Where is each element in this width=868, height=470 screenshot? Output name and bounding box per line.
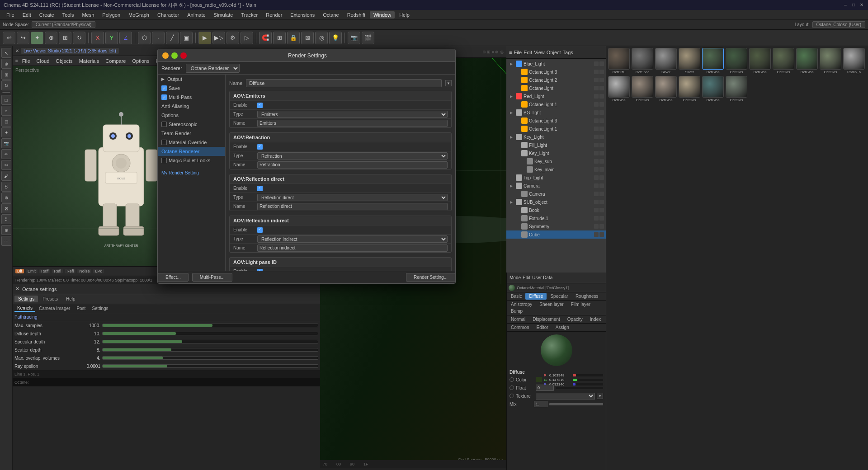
nav-matoverride[interactable]: Material Override — [158, 138, 225, 147]
tb-scale[interactable]: ⊞ — [59, 32, 71, 44]
props-edit[interactable]: Edit — [523, 275, 530, 280]
mat-tab-diffuse[interactable]: Diffuse — [525, 293, 547, 300]
sm-objects[interactable]: Objects — [53, 58, 75, 64]
mat-thumbnail[interactable] — [632, 48, 653, 70]
mat-thumbnail[interactable] — [679, 76, 700, 98]
menu-create[interactable]: Create — [36, 11, 58, 19]
mat-tab-editor[interactable]: Editor — [533, 324, 552, 331]
menu-window[interactable]: Window — [370, 11, 395, 19]
menu-mograph[interactable]: MoGraph — [125, 11, 153, 19]
close-btn[interactable]: ✕ — [859, 2, 864, 8]
mat-thumbnail[interactable] — [608, 48, 630, 70]
tb-snap[interactable]: ⊞ — [273, 32, 286, 44]
scene-file[interactable]: File — [514, 50, 522, 55]
lt-array[interactable]: ⠿ — [1, 214, 11, 224]
mat-thumbnail[interactable] — [702, 48, 724, 70]
tb-render-settings[interactable]: ⚙ — [226, 32, 239, 44]
rs-slider-bg[interactable] — [102, 332, 318, 335]
mat-thumbnail[interactable] — [820, 48, 841, 70]
live-viewer-tab[interactable]: Live Viewer Studio 2021.1-(R2) (365 days… — [21, 48, 119, 54]
lt-more[interactable]: ⋯ — [1, 236, 11, 246]
nodespace-value[interactable]: Current (Standard/Physical) — [32, 21, 95, 28]
refl-direct-name-input[interactable] — [257, 203, 448, 210]
texture-radio[interactable] — [509, 394, 514, 398]
lt-select[interactable]: ↖ — [1, 48, 11, 58]
subtab-settings2[interactable]: Settings — [89, 306, 111, 311]
tb-rotate[interactable]: ↻ — [73, 32, 85, 44]
menu-extensions[interactable]: Extensions — [287, 11, 318, 19]
scene-view[interactable]: View — [534, 50, 545, 55]
stab-settings[interactable]: Settings — [14, 296, 38, 302]
tree-item[interactable]: Fill_Light — [506, 141, 606, 149]
tb-mirror[interactable]: ⊠ — [301, 32, 314, 44]
mat-thumbnail[interactable] — [632, 76, 653, 98]
stab-help[interactable]: Help — [62, 296, 79, 302]
tb-live-select[interactable]: ✦ — [31, 32, 43, 44]
tb-redo[interactable]: ↪ — [17, 32, 29, 44]
nav-options[interactable]: Options — [158, 111, 225, 120]
menu-mesh[interactable]: Mesh — [78, 11, 98, 19]
emitters-name-input[interactable] — [257, 120, 448, 127]
mat-tab-basic[interactable]: Basic — [507, 293, 525, 300]
mat-tab-sheen[interactable]: Sheen layer — [536, 301, 567, 308]
tb-y-axis[interactable]: Y — [105, 32, 118, 44]
minimize-btn[interactable]: – — [843, 2, 848, 8]
tree-item[interactable]: Symmetry — [506, 222, 606, 230]
props-user-data[interactable]: User Data — [532, 275, 552, 280]
nav-magic[interactable]: Magic Bullet Looks — [158, 156, 225, 165]
mat-thumbnail[interactable] — [702, 76, 724, 98]
mat-tab-aniso[interactable]: Anisotropy — [507, 301, 536, 308]
rs-slider-bg[interactable] — [102, 324, 318, 327]
rt-refl[interactable]: Refl — [52, 269, 63, 273]
refraction-enable-check[interactable] — [257, 144, 263, 150]
mat-tab-displace[interactable]: Displacement — [529, 316, 564, 323]
mix-input[interactable] — [534, 401, 547, 407]
float-radio[interactable] — [509, 385, 514, 390]
menu-polygon[interactable]: Polygon — [99, 11, 124, 19]
emitters-type-select[interactable]: Emitters — [257, 111, 448, 118]
tb-poly-mode[interactable]: ▣ — [180, 32, 193, 44]
sm-options[interactable]: Options — [130, 58, 152, 64]
lt-pen[interactable]: ✏ — [1, 149, 11, 159]
mat-tab-film[interactable]: Film layer — [567, 301, 594, 308]
lt-mirror2[interactable]: ⊠ — [1, 203, 11, 213]
lt-knife[interactable]: ✂ — [1, 160, 11, 170]
tree-item[interactable]: ▶ Key_Light — [506, 133, 606, 141]
lt-weld[interactable]: ⊛ — [1, 193, 11, 202]
menu-redshift[interactable]: Redshift — [344, 11, 369, 19]
rt-noise[interactable]: Noise — [77, 269, 91, 273]
multipass-btn[interactable]: Multi-Pass... — [192, 273, 232, 282]
subtab-post[interactable]: Post — [74, 306, 88, 311]
modal-close[interactable] — [180, 52, 187, 59]
lt-s[interactable]: S — [1, 182, 11, 192]
tb-x-axis[interactable]: X — [91, 32, 104, 44]
menu-animate[interactable]: Animate — [184, 11, 209, 19]
tb-ref[interactable]: ◎ — [315, 32, 328, 44]
mat-thumbnail[interactable] — [655, 76, 677, 98]
tree-item[interactable]: ▶ Red_Light — [506, 92, 606, 100]
name-input[interactable] — [246, 79, 442, 87]
sm-file[interactable]: File — [20, 58, 33, 64]
tree-item[interactable]: Camera — [506, 190, 606, 198]
texture-select[interactable] — [536, 393, 595, 400]
nav-teamrender[interactable]: Team Render — [158, 129, 225, 138]
mat-tab-normal[interactable]: Normal — [507, 316, 529, 323]
layout-value[interactable]: Octane_Coloso (User) — [812, 21, 865, 28]
menu-octane[interactable]: Octane — [319, 11, 342, 19]
rt-lpd[interactable]: LPd — [93, 269, 104, 273]
sm-materials[interactable]: Materials — [77, 58, 102, 64]
lt-paint[interactable]: 🖌 — [1, 171, 11, 181]
tree-item[interactable]: Extrude.1 — [506, 214, 606, 222]
mat-thumbnail[interactable] — [655, 48, 677, 70]
menu-tracker[interactable]: Tracker — [237, 11, 261, 19]
mat-tab-bump[interactable]: Bump — [507, 308, 526, 315]
tb-render[interactable]: ▶ — [198, 32, 211, 44]
lt-move2[interactable]: ⊕ — [1, 59, 11, 69]
tb-scene-icon[interactable]: 🎬 — [362, 32, 374, 44]
sm-compare[interactable]: Compare — [103, 58, 128, 64]
tree-item[interactable]: Key_sub — [506, 157, 606, 165]
rs-slider-bg[interactable] — [102, 340, 318, 343]
lt-sphere[interactable]: ○ — [1, 106, 11, 116]
refl-indirect-name-input[interactable] — [257, 244, 448, 252]
scene-tags[interactable]: Tags — [563, 50, 573, 55]
